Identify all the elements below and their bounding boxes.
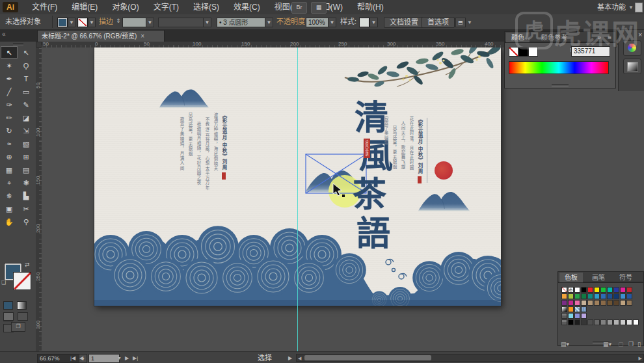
tab-symbols[interactable]: 符号 [614,273,637,283]
swatch[interactable] [581,306,587,312]
swatch[interactable] [581,319,587,325]
swatch[interactable] [587,287,593,293]
draw-behind-button[interactable] [18,312,28,321]
hand-tool[interactable]: ✋ [1,216,18,228]
swatch[interactable] [594,293,600,299]
swatch[interactable] [633,319,639,325]
swatch[interactable] [574,287,580,293]
swatch[interactable] [620,319,626,325]
symbol-sprayer-tool[interactable]: ✵ [1,190,18,202]
tools-collapse-icon[interactable]: « [2,31,6,38]
stroke-caret-icon[interactable]: ▼ [88,18,96,27]
panel-resize-handle[interactable] [552,84,569,87]
paint-color-button[interactable] [3,301,13,310]
scrollbar-thumb[interactable] [304,355,431,360]
artboard-tool[interactable]: ▣ [1,203,18,215]
swatch[interactable] [561,287,567,293]
blend-tool[interactable]: ❃ [18,177,34,189]
color-panel-icon[interactable] [623,40,641,56]
arrange-caret-icon[interactable]: ▼ [328,5,333,10]
bridge-icon[interactable]: Br [291,2,307,14]
gradient-panel-icon[interactable] [623,59,641,74]
swatch[interactable] [607,287,613,293]
opacity-caret-icon[interactable]: ▼ [328,18,336,27]
width-profile-dropdown[interactable] [158,18,204,27]
artboard-number-field[interactable]: 1 [88,354,120,363]
scale-tool[interactable]: ⇲ [18,125,34,137]
ruler-origin-box[interactable] [36,42,42,47]
swatch[interactable] [620,300,626,306]
swatch[interactable] [574,293,580,299]
swatch[interactable] [561,319,567,325]
selection-tool[interactable]: ↖ [1,46,18,59]
swatch[interactable] [620,287,626,293]
screen-mode-button[interactable]: ❐ [11,322,25,332]
stroke-color-swatch[interactable] [77,18,88,27]
none-swatch[interactable] [509,47,518,57]
swatch[interactable] [587,300,593,306]
menu-help[interactable]: 帮助(H) [350,0,391,14]
rectangle-tool[interactable]: ▭ [18,86,34,98]
zoom-tool[interactable]: ⚲ [18,216,34,228]
scroll-right-icon[interactable]: ▶ [639,355,642,361]
white-swatch[interactable] [528,47,538,57]
swatches-resize-handle[interactable] [593,342,610,344]
canvas-area[interactable]: 清風茶語 清风茶语 《彩云追月·中秋》刘周波涌万种缠绵，海底倒映天不教浮云将月蔽… [42,47,644,351]
fill-caret-icon[interactable]: ▼ [68,18,75,27]
fill-color-swatch[interactable] [57,18,68,27]
blob-brush-tool[interactable]: ✏ [1,112,18,124]
swatch[interactable] [568,306,574,312]
swatch[interactable] [600,287,606,293]
swatch[interactable] [600,319,606,325]
swatch[interactable] [607,300,613,306]
paint-gradient-button[interactable] [17,301,27,310]
pencil-tool[interactable]: ✎ [18,99,34,111]
swatch[interactable] [613,300,619,306]
stroke-panel-link[interactable]: 描边 [99,14,113,29]
swatch[interactable] [600,300,606,306]
menu-file[interactable]: 文件(F) [25,0,64,14]
swatch[interactable] [561,293,567,299]
guide-line[interactable] [297,47,298,351]
last-artboard-icon[interactable]: ▶| [133,355,138,362]
swatch[interactable] [574,300,580,306]
tab-close-icon[interactable]: × [141,33,144,40]
default-fill-stroke-icon[interactable]: ❏ [1,280,6,286]
swatch[interactable] [626,319,632,325]
swatch[interactable] [568,293,574,299]
tab-brushes[interactable]: 画笔 [587,273,610,283]
swatch[interactable] [568,319,574,325]
brush-caret-icon[interactable]: ▼ [265,18,273,27]
style-caret-icon[interactable]: ▼ [369,18,378,27]
gradient-tool[interactable]: ▤ [18,164,34,176]
new-color-group-icon[interactable]: ❐ [628,341,634,347]
type-tool[interactable]: T [18,73,34,85]
workspace-caret-icon[interactable]: ▼ [628,5,634,10]
hex-value-field[interactable]: 335771 [571,46,610,57]
eraser-tool[interactable]: ◪ [18,112,34,124]
swatch[interactable] [613,287,619,293]
menu-edit[interactable]: 编辑(E) [64,0,105,14]
width-profile-caret-icon[interactable]: ▼ [203,18,211,27]
document-setup-button[interactable]: 文档设置 [384,17,424,28]
color-spectrum-bar[interactable] [509,61,609,74]
panel-collapse-icon[interactable]: » [597,33,601,43]
workspace-switcher[interactable]: 基本功能 [597,0,626,14]
mesh-tool[interactable]: ▦ [1,164,18,176]
tab-swatches[interactable]: 色板 [559,273,583,283]
swatch-options-icon[interactable]: ▢ [618,341,624,347]
swatch[interactable] [613,319,619,325]
swatch[interactable] [594,319,600,325]
stroke-stepper-icon[interactable]: ⇕ [116,18,121,24]
column-graph-tool[interactable]: ▙ [18,190,34,202]
paintbrush-tool[interactable]: ✑ [1,99,18,111]
artboard-caret-icon[interactable]: ▼ [117,355,122,362]
swatch[interactable] [626,293,632,299]
width-tool[interactable]: ≈ [1,138,18,150]
direct-selection-tool[interactable]: ↖ [18,47,34,59]
brush-preset-dropdown[interactable]: • 3 点圆形 [217,18,269,27]
slice-tool[interactable]: ✂ [18,203,34,215]
panel-menu-icon[interactable]: ≡ [608,33,611,43]
first-artboard-icon[interactable]: |◀ [70,355,75,362]
swatch[interactable] [561,306,567,312]
